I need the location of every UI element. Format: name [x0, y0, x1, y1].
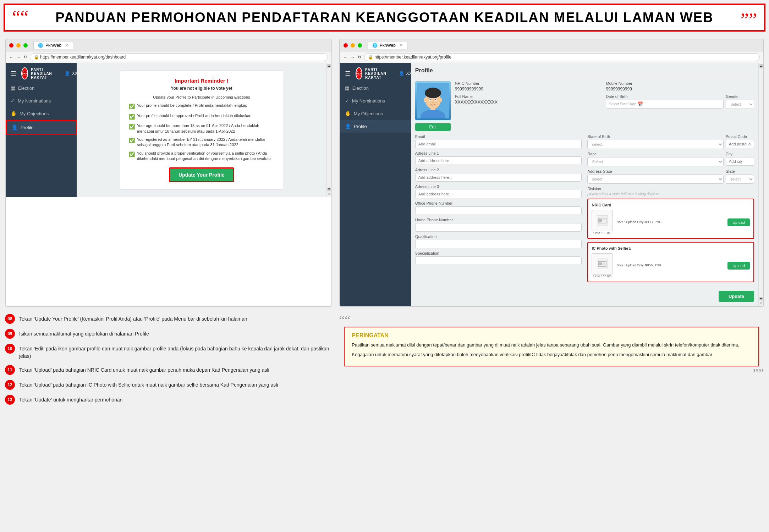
sidebar-item-profile-right[interactable]: 👤 Profile: [340, 120, 411, 133]
reminder-item-5: ✅ You should provide a proper verificati…: [129, 151, 274, 162]
close-btn-left[interactable]: [9, 43, 13, 48]
scroll-down-left[interactable]: ▼: [327, 188, 331, 191]
svg-text:PKR: PKR: [356, 72, 362, 75]
update-button[interactable]: Update: [719, 291, 754, 302]
scrollbar-left[interactable]: ▲ ▼ ⚙: [326, 63, 331, 197]
tab-close-left[interactable]: ✕: [65, 43, 68, 48]
browser-left: 🌐 PknWeb ✕ ← → ↻ 🔒 https://member.keadil…: [5, 39, 332, 307]
objections-label-right: My Objections: [354, 111, 383, 116]
election-icon-right: ▦: [345, 85, 350, 91]
settings-icon-right[interactable]: ⚙: [760, 301, 763, 305]
qualification-input[interactable]: [415, 240, 582, 248]
scrollbar-right[interactable]: ▲ ▼ ⚙: [758, 63, 763, 306]
min-btn-right[interactable]: [351, 43, 355, 48]
avatar-section: Edit: [415, 81, 451, 131]
sidebar-item-profile-left[interactable]: 👤 Profile: [6, 120, 77, 135]
update-profile-button[interactable]: Update Your Profile: [169, 167, 234, 182]
dob-label: Date of Birth: [606, 94, 724, 99]
svg-rect-23: [599, 262, 602, 265]
svg-point-8: [425, 88, 441, 98]
sidebar-item-election-right[interactable]: ▦ Election: [340, 82, 411, 94]
url-box-left[interactable]: 🔒 https://member.keadilanrakyat.org/dash…: [30, 53, 328, 61]
notice-para-1: Pastikan semua maklumat diisi dengan tep…: [352, 342, 751, 349]
dob-placeholder: Select Start Date: [609, 102, 636, 106]
tab-favicon-right: 🌐: [372, 43, 378, 48]
ic-photo-label: IC Photo with Selfie ℹ: [592, 246, 750, 250]
state-birth-postal-row: State of Birth select Postal Code: [587, 134, 754, 149]
profile-icon-right: 👤: [345, 123, 351, 129]
reminder-item-1: ✅ Your profile should be complete / Prof…: [129, 103, 274, 110]
home-phone-input[interactable]: [415, 223, 582, 232]
scroll-up-right[interactable]: ▲: [759, 64, 763, 68]
office-phone-group: Office Phone Number: [415, 201, 582, 215]
nric-value: 999999999999: [455, 87, 603, 92]
refresh-btn-right[interactable]: ↻: [358, 55, 361, 60]
quote-open-icon: ““: [12, 7, 28, 28]
check-icon-4: ✅: [129, 137, 135, 144]
scroll-up-left[interactable]: ▲: [327, 64, 331, 68]
url-box-right[interactable]: 🔒 https://member.keadilanrakyat.org/prof…: [364, 53, 760, 61]
refresh-btn-left[interactable]: ↻: [23, 55, 27, 60]
browser-body-left: ☰ PKR PARTI KEADILAN RAKYAT 👤 XXXXXXXXXX…: [6, 63, 331, 197]
state-birth-select[interactable]: select: [587, 140, 724, 149]
address2-input[interactable]: [415, 173, 582, 182]
forward-btn-left[interactable]: →: [16, 55, 21, 60]
svg-point-12: [435, 99, 436, 100]
email-input[interactable]: [415, 140, 582, 148]
addr-state-select[interactable]: select: [587, 174, 724, 184]
max-btn-right[interactable]: [358, 43, 362, 48]
nric-upload-inner: Upto 100 KB Note : Upload Only JPEG, PNG…: [592, 210, 750, 235]
svg-point-11: [429, 99, 430, 100]
scroll-down-right[interactable]: ▼: [759, 297, 763, 300]
profile-form-grid: Email Adress Line 1 Adress Line 2 A: [415, 134, 754, 285]
race-select[interactable]: Select: [587, 157, 724, 166]
tab-left[interactable]: 🌐 PknWeb ✕: [33, 41, 73, 49]
state-label: State: [726, 169, 754, 173]
check-icon-2: ✅: [129, 113, 135, 121]
hamburger-icon-right[interactable]: ☰: [344, 68, 352, 79]
browser-body-right: ☰ PKR PARTI KEADILAN RAKYAT 👤 XXXXXXXXXX…: [340, 63, 763, 306]
objections-label-left: My Objections: [20, 111, 49, 116]
sidebar-item-nominations-right[interactable]: ✓ My Nominations: [340, 94, 411, 107]
sidebar-item-nominations-left[interactable]: ✓ My Nominations: [6, 94, 77, 107]
back-btn-right[interactable]: ←: [344, 55, 348, 60]
gender-select[interactable]: Select: [726, 100, 754, 109]
sidebar-right: ☰ PKR PARTI KEADILAN RAKYAT 👤 XXXXXXXXXX…: [340, 63, 411, 306]
min-btn-left[interactable]: [16, 43, 21, 48]
hamburger-icon-left[interactable]: ☰: [9, 68, 18, 79]
step-num-08: 08: [7, 316, 12, 321]
profile-label-left: Profile: [21, 125, 34, 130]
tab-right[interactable]: 🌐 PknWeb ✕: [368, 41, 407, 49]
address3-input[interactable]: [415, 190, 582, 198]
postal-input[interactable]: [726, 140, 754, 148]
home-phone-group: Home Phone Number: [415, 218, 582, 232]
nric-upload-button[interactable]: Upload: [727, 218, 750, 226]
settings-icon-left[interactable]: ⚙: [328, 192, 330, 196]
quote-bottom-left: ““: [339, 314, 764, 327]
sidebar-item-objections-right[interactable]: ✋ My Objections: [340, 107, 411, 120]
sidebar-item-election-left[interactable]: ▦ Election: [6, 82, 77, 94]
step-11: 11 Tekan ‘Upload’ pada bahagian NRIC Car…: [5, 365, 332, 375]
sidebar-item-objections-left[interactable]: ✋ My Objections: [6, 107, 77, 120]
max-btn-left[interactable]: [23, 43, 28, 48]
brand-right: PKR PARTI KEADILAN RAKYAT: [356, 67, 392, 79]
city-input[interactable]: [726, 157, 754, 166]
ic-preview: Upto 100 KB: [592, 253, 613, 278]
office-phone-input[interactable]: [415, 206, 582, 215]
dob-input[interactable]: Select Start Date 📅: [606, 100, 724, 109]
edit-avatar-button[interactable]: Edit: [415, 123, 451, 131]
gender-group: Gender Select: [726, 94, 754, 109]
back-btn-left[interactable]: ←: [9, 55, 13, 60]
brand-logo-right: PKR: [356, 67, 362, 79]
close-btn-right[interactable]: [344, 43, 348, 48]
profile-icon-left: 👤: [12, 124, 18, 130]
state-select[interactable]: select: [726, 174, 754, 184]
form-left-col: Email Adress Line 1 Adress Line 2 A: [415, 134, 582, 285]
navbar-right: ☰ PKR PARTI KEADILAN RAKYAT 👤 XXXXXXXXXX…: [340, 65, 411, 82]
ic-upload-button[interactable]: Upload: [727, 262, 750, 270]
tab-close-right[interactable]: ✕: [399, 43, 403, 48]
address1-input[interactable]: [415, 156, 582, 165]
tab-title-right: PknWeb: [380, 43, 396, 48]
specialization-input[interactable]: [415, 256, 582, 265]
forward-btn-right[interactable]: →: [351, 55, 355, 60]
